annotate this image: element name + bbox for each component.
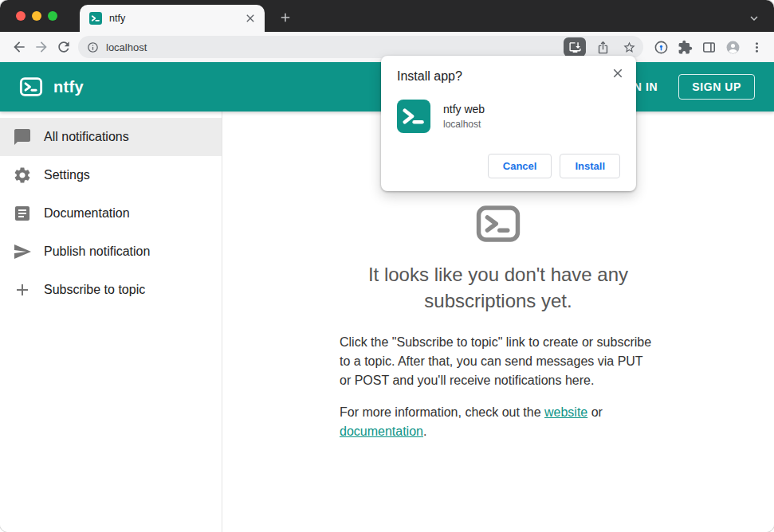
- empty-state-links-paragraph: For more information, check out the webs…: [340, 403, 657, 441]
- share-icon[interactable]: [593, 37, 612, 57]
- sidebar-item-settings[interactable]: Settings: [0, 156, 222, 194]
- tab-title: ntfy: [109, 13, 244, 24]
- documentation-link[interactable]: documentation: [340, 424, 423, 438]
- sidebar-item-label: All notifications: [44, 130, 129, 144]
- tab-close-icon[interactable]: [244, 12, 257, 25]
- send-icon: [13, 242, 32, 261]
- dialog-close-icon[interactable]: [611, 66, 625, 80]
- browser-menu-icon[interactable]: [745, 36, 768, 58]
- empty-state-paragraph: Click the "Subscribe to topic" link to c…: [340, 333, 657, 390]
- page-info-icon[interactable]: [87, 41, 99, 53]
- ntfy-logo-icon: [19, 75, 43, 99]
- ntfy-favicon-icon: [89, 12, 102, 25]
- or-text: or: [587, 405, 603, 419]
- ntfy-empty-state-icon: [475, 201, 521, 247]
- more-info-text: For more information, check out the: [340, 405, 544, 419]
- sidebar-item-documentation[interactable]: Documentation: [0, 194, 222, 233]
- window-zoom-button[interactable]: [48, 11, 57, 21]
- document-icon: [13, 204, 32, 223]
- dialog-app-info: ntfy web localhost: [397, 100, 620, 133]
- cancel-button[interactable]: Cancel: [488, 154, 552, 178]
- app-title: ntfy: [53, 78, 84, 96]
- bookmark-star-icon[interactable]: [619, 37, 638, 57]
- plus-icon: [13, 280, 32, 299]
- omnibox-actions: [564, 37, 638, 57]
- profile-avatar[interactable]: [721, 36, 744, 58]
- window-minimize-button[interactable]: [32, 11, 41, 21]
- sidebar-item-label: Subscribe to topic: [44, 283, 145, 297]
- sidebar-item-all-notifications[interactable]: All notifications: [0, 118, 222, 156]
- ntfy-app-icon: [397, 100, 430, 133]
- install-button[interactable]: Install: [560, 154, 620, 178]
- period-text: .: [423, 424, 426, 438]
- browser-window: ntfy localhost: [0, 0, 774, 532]
- tab-search-chevron-icon[interactable]: [747, 11, 761, 25]
- back-button[interactable]: [8, 36, 30, 58]
- gear-icon: [13, 166, 32, 185]
- install-app-icon[interactable]: [564, 37, 586, 57]
- new-tab-button[interactable]: [274, 6, 297, 29]
- url-text: localhost: [106, 41, 564, 53]
- dialog-app-name: ntfy web: [443, 103, 485, 115]
- empty-state-heading: It looks like you don't have any subscri…: [340, 261, 657, 314]
- sidebar-item-label: Settings: [44, 168, 90, 182]
- tab-strip: ntfy: [0, 0, 774, 32]
- dialog-app-text: ntfy web localhost: [443, 103, 485, 130]
- dialog-actions: Cancel Install: [397, 154, 620, 178]
- forward-button[interactable]: [30, 36, 53, 58]
- browser-tab[interactable]: ntfy: [80, 5, 265, 32]
- password-manager-extension-icon[interactable]: [650, 36, 672, 58]
- chat-icon: [13, 127, 32, 147]
- sidebar-item-label: Publish notification: [44, 244, 150, 259]
- sidebar: All notifications Settings Documentation: [0, 111, 222, 532]
- sidebar-item-publish-notification[interactable]: Publish notification: [0, 233, 222, 271]
- traffic-lights: [0, 0, 69, 32]
- dialog-title: Install app?: [397, 69, 620, 84]
- reload-button[interactable]: [53, 36, 75, 58]
- side-panel-icon[interactable]: [697, 36, 720, 58]
- extensions-puzzle-icon[interactable]: [674, 36, 696, 58]
- sidebar-item-subscribe-to-topic[interactable]: Subscribe to topic: [0, 271, 222, 309]
- sidebar-item-label: Documentation: [44, 206, 130, 221]
- window-close-button[interactable]: [16, 11, 26, 21]
- website-link[interactable]: website: [544, 405, 587, 419]
- address-bar[interactable]: localhost: [78, 36, 643, 58]
- dialog-app-origin: localhost: [443, 119, 485, 130]
- sign-up-button[interactable]: SIGN UP: [678, 74, 755, 100]
- install-app-dialog: Install app? ntfy web localhost Cancel I…: [381, 56, 636, 191]
